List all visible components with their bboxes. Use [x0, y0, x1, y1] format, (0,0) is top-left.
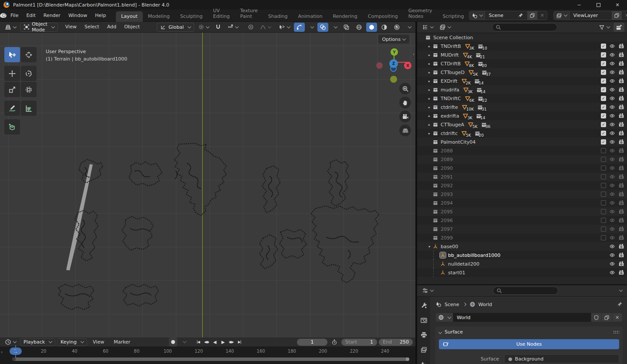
- play-reverse-button[interactable]: ◀: [211, 339, 218, 346]
- options-button[interactable]: Options: [378, 35, 409, 44]
- viewport-menu-item[interactable]: Object: [120, 22, 144, 32]
- breadcrumb-world[interactable]: World: [479, 302, 492, 307]
- snap-toggle[interactable]: [213, 23, 223, 32]
- tweak-tool-button[interactable]: [4, 47, 20, 62]
- background-shader-dropdown[interactable]: ●Background: [504, 354, 619, 363]
- blender-menu-icon[interactable]: [0, 13, 7, 18]
- hide-eye-icon[interactable]: [609, 243, 615, 249]
- hide-eye-icon[interactable]: [609, 130, 615, 136]
- disable-render-icon[interactable]: [618, 226, 624, 232]
- maximize-button[interactable]: [589, 0, 608, 10]
- tab-render-icon[interactable]: [420, 317, 428, 324]
- pivot-point-dropdown[interactable]: [196, 23, 211, 32]
- exclude-checkbox[interactable]: ✓: [601, 44, 606, 49]
- disable-render-icon[interactable]: [618, 252, 624, 258]
- sidebar-collapse-arrow[interactable]: ‹: [413, 52, 415, 57]
- disable-render-icon[interactable]: [618, 78, 624, 84]
- expand-arrow[interactable]: ▸: [426, 114, 432, 118]
- workspace-tab[interactable]: Sculpting: [175, 11, 208, 22]
- expand-arrow[interactable]: ▸: [426, 79, 432, 83]
- jump-to-start-button[interactable]: |◀: [194, 339, 202, 346]
- tab-output-icon[interactable]: [420, 331, 428, 339]
- outliner-row[interactable]: ▸ MUDrift 4K 21 ✓: [417, 51, 627, 59]
- properties-search-input[interactable]: [504, 288, 555, 293]
- tab-scene-icon[interactable]: [420, 361, 428, 364]
- workspace-tab[interactable]: UV Editing: [208, 6, 235, 22]
- add-cube-tool-button[interactable]: [4, 119, 20, 135]
- outliner-row[interactable]: nulldetail200 ✓: [417, 260, 627, 268]
- pan-hand-button[interactable]: [399, 97, 411, 108]
- marker-menu[interactable]: Marker: [110, 337, 134, 347]
- outliner-search-input[interactable]: [503, 25, 554, 30]
- fake-user-shield-button[interactable]: [591, 313, 602, 322]
- hide-eye-icon[interactable]: [609, 87, 615, 93]
- frame-start-field[interactable]: Start1: [341, 339, 377, 346]
- pin-icon[interactable]: [518, 13, 523, 18]
- world-browse-dropdown[interactable]: [435, 313, 453, 322]
- workspace-tab[interactable]: Modeling: [143, 11, 175, 22]
- scene-icon[interactable]: [469, 11, 485, 20]
- viewport-canvas[interactable]: User Perspective (1) Terrain | bb_autobi…: [0, 33, 415, 337]
- outliner-row[interactable]: ▸ exdrifta 3K 14 ✓: [417, 111, 627, 120]
- ortho-toggle-button[interactable]: [399, 125, 411, 136]
- shading-rendered-button[interactable]: [391, 23, 402, 32]
- outliner-row[interactable]: ▸ TNDriftC 6K 22 ✓: [417, 94, 627, 103]
- shading-wireframe-button[interactable]: [354, 23, 364, 32]
- pin-icon[interactable]: [617, 301, 623, 307]
- outliner-row[interactable]: 2088 ✓: [417, 146, 627, 155]
- keying-menu[interactable]: Keying: [57, 338, 87, 346]
- gizmo-axis-y-neg[interactable]: [390, 76, 397, 83]
- prev-keyframe-button[interactable]: ◀◆: [202, 339, 210, 346]
- show-gizmo-toggle[interactable]: [294, 23, 305, 32]
- topbar-menu-item[interactable]: Window: [64, 11, 91, 20]
- hide-eye-icon[interactable]: [609, 113, 615, 119]
- outliner-display-mode-dropdown[interactable]: [437, 23, 453, 32]
- outliner-row[interactable]: ▸ EXDrift 2K 14 ✓: [417, 77, 627, 85]
- disable-render-icon[interactable]: [618, 174, 624, 180]
- view-menu[interactable]: View: [89, 337, 108, 347]
- shading-dropdown[interactable]: [404, 23, 413, 32]
- exclude-checkbox[interactable]: ✓: [601, 113, 606, 118]
- outliner-row[interactable]: start01 ✓: [417, 268, 627, 277]
- disable-render-icon[interactable]: [618, 113, 624, 119]
- hide-eye-icon[interactable]: [609, 226, 615, 232]
- outliner-row[interactable]: Scene Collection ✓: [417, 33, 627, 42]
- use-preview-range-stopwatch-button[interactable]: [329, 337, 340, 347]
- expand-arrow[interactable]: ▸: [426, 44, 432, 48]
- exclude-checkbox[interactable]: ✓: [601, 52, 606, 57]
- hide-eye-icon[interactable]: [609, 261, 615, 267]
- close-button[interactable]: ✕: [608, 0, 627, 10]
- disable-render-icon[interactable]: [618, 61, 624, 67]
- exclude-checkbox[interactable]: ✓: [601, 218, 606, 223]
- duplicate-datablock-button[interactable]: [602, 313, 612, 322]
- properties-search[interactable]: [493, 286, 558, 295]
- scene-selector[interactable]: Scene ✕: [469, 11, 547, 20]
- gizmo-axis-y[interactable]: Y: [391, 48, 398, 56]
- playback-menu[interactable]: Playback: [20, 338, 55, 346]
- expand-arrow[interactable]: ▸: [426, 62, 432, 66]
- new-scene-button[interactable]: [527, 11, 537, 20]
- use-nodes-button[interactable]: Use Nodes: [439, 339, 619, 349]
- disable-render-icon[interactable]: [618, 200, 624, 206]
- outliner-row[interactable]: 2094 ✓: [417, 199, 627, 207]
- breadcrumb-scene[interactable]: Scene: [445, 302, 459, 307]
- disable-render-icon[interactable]: [618, 130, 624, 136]
- outliner-filter-dropdown[interactable]: [597, 23, 612, 32]
- scrollbar-left-handle[interactable]: [12, 357, 16, 361]
- outliner-row[interactable]: ▸ CTDriftB 8K 20 ✓: [417, 59, 627, 68]
- rotate-tool-button[interactable]: [21, 66, 37, 81]
- exclude-checkbox[interactable]: ✓: [601, 70, 606, 75]
- workspace-tab[interactable]: Texture Paint: [235, 6, 263, 22]
- hide-eye-icon[interactable]: [609, 165, 615, 171]
- expand-arrow[interactable]: ▸: [426, 71, 432, 74]
- terrain-meshes[interactable]: [0, 33, 415, 337]
- workspace-tab[interactable]: Geometry Nodes: [403, 6, 438, 22]
- exclude-checkbox[interactable]: ✓: [601, 200, 606, 206]
- viewport-menu-item[interactable]: Add: [103, 22, 120, 32]
- exclude-checkbox[interactable]: ✓: [601, 183, 606, 188]
- disable-render-icon[interactable]: [618, 191, 624, 197]
- hide-eye-icon[interactable]: [609, 121, 615, 128]
- jump-to-end-button[interactable]: ▶|: [236, 339, 243, 346]
- disable-render-icon[interactable]: [618, 217, 624, 223]
- disable-render-icon[interactable]: [618, 95, 624, 101]
